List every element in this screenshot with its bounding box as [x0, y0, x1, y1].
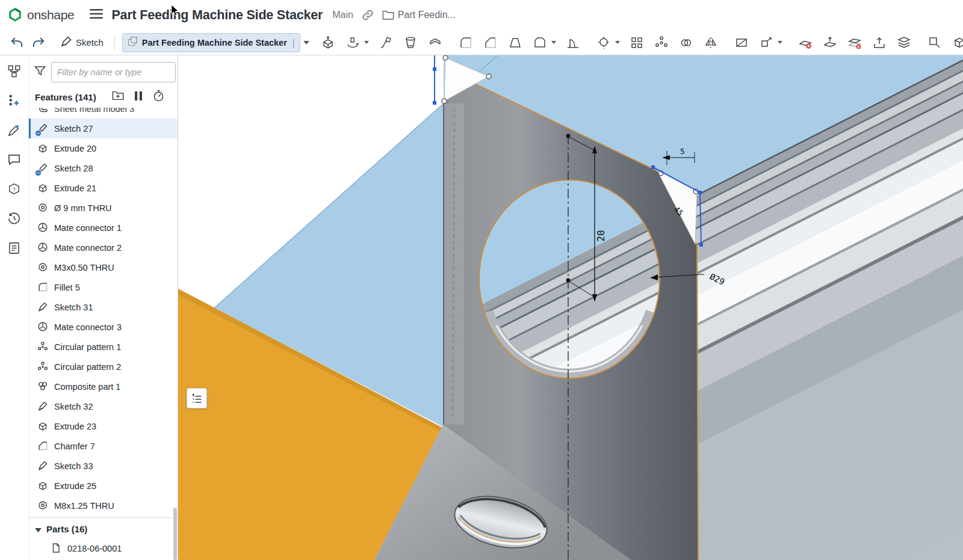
learn-icon[interactable]: ?: [7, 182, 22, 196]
sheet-metal-icon: [37, 108, 49, 114]
filter-input[interactable]: [51, 62, 176, 82]
graphics-viewport[interactable]: 20 5 45 Ø29: [178, 55, 963, 560]
mirror-tool-icon[interactable]: [703, 35, 719, 51]
features-header: Features (141): [29, 87, 178, 108]
parts-header[interactable]: Parts (16): [29, 520, 178, 538]
feature-label: Sketch 32: [54, 402, 93, 411]
mate-connector-icon: [37, 321, 49, 333]
chamfer-tool-icon[interactable]: [483, 35, 498, 51]
notes-icon[interactable]: [7, 241, 22, 255]
folder-breadcrumb[interactable]: Part Feedin...: [398, 10, 456, 20]
feature-row[interactable]: Sketch 32: [29, 396, 178, 416]
box-surface-tool-icon[interactable]: [952, 35, 963, 51]
tab-chevron-down-icon[interactable]: [303, 41, 309, 45]
dim-offset-label: 5: [680, 147, 685, 156]
part-studio-tab[interactable]: Part Feeding Machine Side Stacker |: [122, 33, 300, 52]
feature-row[interactable]: Chamfer 7: [29, 436, 178, 456]
draft-tool-icon[interactable]: [507, 35, 523, 51]
create-folder-icon[interactable]: [112, 90, 124, 103]
hole-chevron-down-icon[interactable]: [615, 41, 620, 44]
redo-button[interactable]: [30, 35, 47, 51]
revolve-tool-icon[interactable]: [345, 35, 361, 51]
parts-header-label: Parts (16): [46, 524, 87, 534]
thicken-tool-icon[interactable]: [427, 35, 443, 51]
sketch-icon: [37, 123, 49, 134]
circular-pattern-tool-icon[interactable]: [654, 35, 669, 51]
sketch-badge: [35, 130, 42, 137]
delete-face-tool-icon[interactable]: [797, 35, 813, 51]
linear-pattern-tool-icon[interactable]: [629, 35, 645, 51]
feature-row[interactable]: Sketch 31: [29, 297, 178, 317]
corner-surface-tool-icon[interactable]: [927, 35, 943, 51]
chamfer-icon: [37, 440, 49, 452]
viewport-tree-toggle-button[interactable]: [187, 388, 207, 408]
fillet-tool-icon[interactable]: [458, 35, 474, 51]
feature-label: Sketch 33: [54, 461, 93, 471]
transform-chevron-down-icon[interactable]: [778, 41, 782, 44]
feature-row[interactable]: Composite part 1: [29, 377, 178, 396]
rib-tool-icon[interactable]: [565, 35, 581, 51]
feature-row[interactable]: Sketch 28: [29, 158, 178, 178]
transform-tool-icon[interactable]: [758, 35, 774, 51]
features-list-icon[interactable]: [7, 64, 22, 78]
part-row[interactable]: 0218-06-0001: [29, 538, 178, 558]
extrude-icon: [37, 143, 49, 154]
feature-row[interactable]: Circular pattern 2: [29, 357, 178, 377]
tab-separator: |: [293, 37, 295, 48]
feature-row-selected[interactable]: Sketch 27: [29, 118, 178, 138]
feature-row[interactable]: Extrude 20: [29, 138, 178, 158]
feature-row[interactable]: Extrude 21: [29, 178, 178, 198]
feature-row[interactable]: M3x0.50 THRU: [29, 257, 178, 277]
feature-row[interactable]: Ø 9 mm THRU: [29, 198, 178, 218]
comments-icon[interactable]: [7, 152, 22, 167]
panel-scrollbar[interactable]: [173, 508, 177, 560]
sketch-button[interactable]: Sketch: [60, 35, 104, 50]
shell-chevron-down-icon[interactable]: [551, 41, 556, 44]
extrude-icon: [37, 420, 49, 432]
pause-icon[interactable]: [134, 91, 143, 103]
loft-tool-icon[interactable]: [403, 35, 418, 51]
mate-connector-icon: [37, 242, 49, 253]
feature-row[interactable]: Extrude 25: [29, 476, 178, 496]
feature-row[interactable]: Sheet metal model 3: [29, 108, 178, 118]
circular-pattern-icon: [37, 341, 49, 352]
shell-tool-icon[interactable]: [532, 35, 548, 51]
export-tool-icon[interactable]: [872, 35, 887, 51]
feature-row[interactable]: Mate connector 2: [29, 238, 178, 257]
feature-row[interactable]: Fillet 5: [29, 277, 178, 297]
feature-label: Mate connector 1: [54, 223, 122, 233]
share-link-icon[interactable]: [362, 9, 374, 21]
custom-feature-icon[interactable]: [7, 123, 22, 137]
undo-button[interactable]: [8, 35, 25, 51]
feature-row[interactable]: Mate connector 3: [29, 317, 178, 337]
onshape-logo[interactable]: onshape: [7, 7, 74, 23]
svg-text:?: ?: [13, 186, 16, 192]
surface-stack-tool-icon[interactable]: [896, 35, 912, 51]
branch-label[interactable]: Main: [332, 10, 353, 20]
features-title: Features (141): [35, 92, 96, 102]
extrude-tool-icon[interactable]: [320, 35, 336, 51]
revolve-chevron-down-icon[interactable]: [364, 41, 369, 44]
move-face-tool-icon[interactable]: [822, 35, 838, 51]
replace-face-tool-icon[interactable]: [847, 35, 862, 51]
stopwatch-icon[interactable]: [153, 90, 164, 104]
feature-row[interactable]: Circular pattern 1: [29, 337, 178, 357]
features-panel: Features (141) Sheet metal: [29, 55, 178, 560]
sweep-tool-icon[interactable]: [378, 35, 394, 51]
feature-row[interactable]: Mate connector 1: [29, 218, 178, 238]
boolean-tool-icon[interactable]: [678, 35, 694, 51]
hole-icon: [37, 262, 49, 273]
hole-tool-icon[interactable]: [596, 35, 612, 51]
split-tool-icon[interactable]: [734, 35, 749, 51]
filter-funnel-icon[interactable]: [34, 65, 46, 79]
history-icon[interactable]: [7, 211, 22, 226]
variables-icon[interactable]: [7, 93, 22, 108]
feature-row[interactable]: M8x1.25 THRU: [29, 496, 178, 515]
hamburger-menu-icon[interactable]: [90, 8, 103, 22]
feature-row[interactable]: Sketch 33: [29, 456, 178, 476]
feature-label: Sketch 31: [54, 303, 93, 312]
feature-label: Extrude 23: [54, 422, 96, 431]
feature-row[interactable]: Extrude 23: [29, 416, 178, 436]
document-title[interactable]: Part Feeding Machine Side Stacker: [111, 8, 323, 23]
folder-icon[interactable]: [382, 10, 394, 20]
